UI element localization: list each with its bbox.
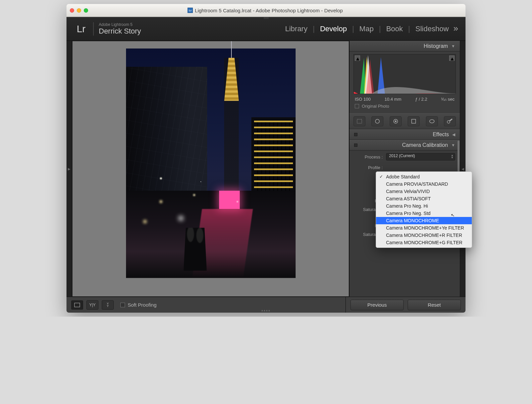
profile-option[interactable]: Camera MONOCHROME+Ye FILTER (376, 224, 472, 232)
right-panel-group: Histogram ▼ ▲ ▲ (349, 41, 460, 297)
stepper-icon: ▲▼ (451, 154, 454, 159)
histogram-panel: ▲ ▲ ISO 100 10.4 mm (349, 51, 460, 113)
chevron-right-icon: ▶ (68, 167, 70, 171)
profile-option[interactable]: ✓Adobe Standard (376, 173, 472, 180)
spot-tool[interactable] (371, 116, 383, 126)
workspace: ▶ Histogram ▼ ▲ (66, 41, 466, 297)
identity-user: Derrick Story (99, 27, 141, 35)
top-panel-grip[interactable] (261, 17, 271, 20)
module-slideshow[interactable]: Slideshow (415, 25, 449, 33)
module-develop[interactable]: Develop (320, 25, 347, 33)
adjustment-brush-tool[interactable] (444, 116, 456, 126)
chevron-down-icon: ▼ (451, 143, 455, 148)
meta-aperture: ƒ / 2.2 (415, 97, 427, 102)
chevron-left-icon: ◀ (452, 132, 455, 137)
before-after-tb-button[interactable]: YY (102, 300, 114, 310)
svg-point-3 (395, 121, 396, 122)
lightroom-logo-icon: Lr (74, 22, 94, 36)
process-label: Process : (354, 154, 383, 159)
meta-shutter: ¹⁄₁₅ sec (441, 97, 455, 102)
zoom-window-button[interactable] (84, 8, 88, 13)
module-picker: Library| Develop| Map| Book| Slideshow » (285, 25, 458, 33)
before-after-lr-button[interactable]: Y|Y (86, 300, 98, 310)
soft-proofing-toggle[interactable]: Soft Proofing (120, 302, 157, 308)
checkmark-icon: ✓ (379, 174, 383, 180)
svg-point-1 (375, 119, 379, 123)
filmstrip-grip[interactable]: ▴▴▴▴ (261, 308, 271, 312)
svg-rect-4 (412, 119, 416, 123)
profile-option[interactable]: Camera MONOCHROME+R FILTER (376, 232, 472, 239)
histogram-header[interactable]: Histogram ▼ (349, 41, 460, 51)
radial-filter-tool[interactable] (426, 116, 438, 126)
meta-focal: 10.4 mm (384, 97, 401, 102)
checkbox-icon (355, 104, 359, 108)
svg-line-7 (450, 119, 452, 121)
window-title-text: Lightroom 5 Catalog.lrcat - Adobe Photos… (195, 8, 343, 13)
exposure-metadata: ISO 100 10.4 mm ƒ / 2.2 ¹⁄₁₅ sec (353, 94, 456, 102)
product-name: Adobe Lightroom 5 (99, 23, 141, 27)
chevron-down-icon: ▼ (451, 44, 455, 49)
minimize-window-button[interactable] (77, 8, 81, 13)
original-photo-label: Original Photo (362, 104, 389, 109)
titlebar: Lr Lightroom 5 Catalog.lrcat - Adobe Pho… (66, 4, 466, 17)
previous-button[interactable]: Previous (350, 300, 404, 310)
app-window: Lr Lightroom 5 Catalog.lrcat - Adobe Pho… (66, 4, 466, 313)
svg-point-5 (430, 120, 434, 123)
left-panel-expander[interactable]: ▶ (66, 41, 72, 297)
profile-label: Profile : (354, 165, 383, 170)
image-canvas[interactable] (72, 41, 349, 297)
histogram-graph[interactable]: ▲ ▲ (353, 54, 456, 94)
panel-switch-icon[interactable] (354, 133, 357, 136)
effects-header[interactable]: Effects ◀ (349, 129, 460, 140)
original-photo-toggle[interactable]: Original Photo (353, 102, 456, 112)
window-controls (70, 8, 88, 13)
profile-option[interactable]: Camera Pro Neg. Hi (376, 202, 472, 210)
identity-plate[interactable]: Lr Adobe Lightroom 5 Derrick Story (74, 22, 141, 36)
window-title: Lr Lightroom 5 Catalog.lrcat - Adobe Pho… (91, 8, 440, 13)
panel-title: Camera Calibration (402, 142, 448, 148)
soft-proofing-label: Soft Proofing (128, 302, 157, 308)
checkbox-icon (120, 303, 125, 307)
meta-iso: ISO 100 (355, 97, 371, 102)
photo-preview (126, 49, 296, 278)
profile-menu[interactable]: ✓Adobe Standard Camera PROVIA/STANDARD C… (376, 171, 472, 248)
module-map[interactable]: Map (359, 25, 374, 33)
panel-switch-icon[interactable] (354, 144, 357, 147)
crop-tool[interactable] (353, 116, 365, 126)
chevron-left-icon: ◀ (462, 167, 464, 171)
panel-title: Effects (433, 132, 449, 138)
svg-point-6 (447, 121, 450, 123)
profile-option[interactable]: Camera MONOCHROME+G FILTER (376, 239, 472, 246)
camera-calibration-header[interactable]: Camera Calibration ▼ (349, 140, 460, 151)
profile-option[interactable]: Camera Pro Neg. Std (376, 210, 472, 217)
profile-option[interactable]: Camera PROVIA/STANDARD (376, 180, 472, 188)
module-book[interactable]: Book (386, 25, 403, 33)
process-value: 2012 (Current) (389, 153, 415, 158)
cursor-icon: ↖ (451, 212, 455, 218)
close-window-button[interactable] (70, 8, 74, 13)
module-bar: Lr Adobe Lightroom 5 Derrick Story Libra… (66, 17, 466, 41)
secondary-toolbar: Y|Y YY Soft Proofing Previous Reset ▴▴▴▴ (66, 297, 466, 313)
process-dropdown[interactable]: 2012 (Current) ▲▼ (386, 153, 455, 160)
reset-button[interactable]: Reset (408, 300, 461, 310)
profile-option[interactable]: Camera Velvia/VIVID (376, 188, 472, 195)
profile-option[interactable]: Camera ASTIA/SOFT (376, 195, 472, 202)
profile-option-highlighted[interactable]: Camera MONOCHROME (376, 217, 472, 224)
redeye-tool[interactable] (390, 116, 402, 126)
svg-rect-8 (74, 303, 80, 307)
develop-tool-strip (349, 113, 460, 129)
svg-rect-0 (357, 119, 362, 123)
graduated-filter-tool[interactable] (408, 116, 420, 126)
panel-title: Histogram (424, 43, 448, 49)
app-icon: Lr (188, 8, 193, 13)
loupe-view-button[interactable] (71, 300, 83, 310)
module-library[interactable]: Library (285, 25, 307, 33)
right-panel-expander[interactable]: ◀ (460, 41, 466, 297)
